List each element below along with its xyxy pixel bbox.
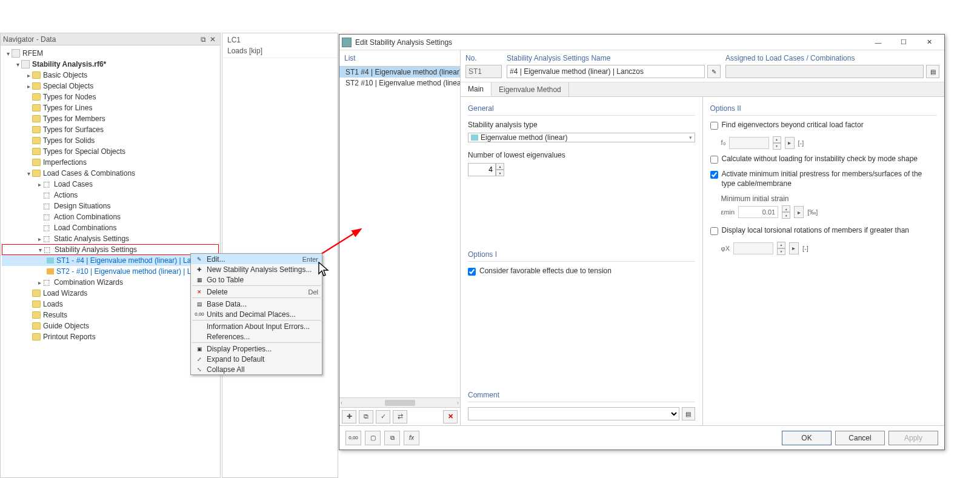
chevron-right-icon[interactable]: ▸ xyxy=(36,279,43,286)
spin-down-icon[interactable]: ▼ xyxy=(496,170,504,176)
maximize-button[interactable]: ☐ xyxy=(891,36,916,49)
tree-item[interactable]: Types for Nodes xyxy=(2,91,219,102)
chevron-right-icon[interactable]: ▸ xyxy=(25,72,32,79)
fx-tool-button[interactable]: fx xyxy=(404,431,419,445)
comment-select[interactable] xyxy=(468,407,679,420)
tree-item[interactable]: ▸Basic Objects xyxy=(2,70,219,81)
spin-up-icon[interactable]: ▲ xyxy=(496,163,504,170)
spinner[interactable]: ▲▼ xyxy=(782,205,790,219)
list-item[interactable]: ST1 #4 | Eigenvalue method (linear) | La… xyxy=(339,67,460,78)
color-tool-button[interactable]: ▢ xyxy=(365,431,381,445)
ctx-goto[interactable]: ▦Go to Table xyxy=(191,274,322,285)
folder-icon xyxy=(32,115,41,122)
tree-item[interactable]: ⬚Design Situations xyxy=(2,201,219,211)
tree-item-st1[interactable]: ST1 - #4 | Eigenvalue method (linear) | … xyxy=(2,255,219,266)
opt-tension-row[interactable]: Consider favorable effects due to tensio… xyxy=(468,267,695,276)
opt-torsion-row[interactable]: Display local torsional rotations of mem… xyxy=(710,226,938,236)
tree-item[interactable]: Guide Objects xyxy=(2,320,219,331)
apply-button[interactable]: Apply xyxy=(888,431,938,445)
no-input[interactable] xyxy=(465,65,502,78)
opt-find-row[interactable]: Find eigenvectors beyond critical load f… xyxy=(710,121,938,130)
num-eigen-input[interactable] xyxy=(468,163,496,176)
tree-item[interactable]: Types for Special Objects xyxy=(2,146,219,157)
cancel-button[interactable]: Cancel xyxy=(835,431,885,445)
tree-item-st2[interactable]: ST2 - #10 | Eigenvalue method (linear) |… xyxy=(2,266,219,277)
tab-eigenvalue-method[interactable]: Eigenvalue Method xyxy=(492,82,569,96)
ctx-info[interactable]: Information About Input Errors... xyxy=(191,321,322,331)
chevron-down-icon[interactable]: ▾ xyxy=(4,50,12,57)
chevron-right-icon[interactable]: ▸ xyxy=(36,181,43,188)
ctx-expand[interactable]: ⤢Expand to Default xyxy=(191,354,322,364)
tree-item[interactable]: ⬚Action Combinations xyxy=(2,211,219,222)
assigned-input[interactable] xyxy=(725,65,924,78)
tree-item[interactable]: Printout Reports xyxy=(2,331,219,342)
ctx-edit[interactable]: ✎Edit...Enter xyxy=(191,254,322,264)
tree-item[interactable]: Loads xyxy=(2,299,219,310)
tree-item[interactable]: Types for Surfaces xyxy=(2,124,219,135)
chevron-right-icon[interactable]: ▸ xyxy=(36,236,43,242)
opt-prestress-checkbox[interactable] xyxy=(710,171,718,179)
ctx-display[interactable]: ▣Display Properties... xyxy=(191,344,322,354)
tree-item[interactable]: ⬚Load Combinations xyxy=(2,222,219,233)
chevron-right-icon[interactable]: ▸ xyxy=(25,83,32,90)
scroll-right-icon[interactable]: › xyxy=(457,400,459,406)
check-button[interactable]: ✓ xyxy=(376,410,390,423)
chevron-down-icon[interactable]: ▾ xyxy=(25,170,32,177)
ctx-collapse[interactable]: ⤡Collapse All xyxy=(191,364,322,374)
opt-calc-row[interactable]: Calculate without loading for instabilit… xyxy=(710,154,938,164)
units-tool-button[interactable]: 0,00 xyxy=(345,431,361,445)
spinner[interactable]: ▲▼ xyxy=(496,163,504,176)
name-input[interactable] xyxy=(507,65,705,78)
tree-item[interactable]: Types for Solids xyxy=(2,135,219,146)
tree-item[interactable]: Imperfections xyxy=(2,157,219,168)
edit-name-button[interactable]: ✎ xyxy=(707,65,721,78)
tab-main[interactable]: Main xyxy=(461,82,492,96)
tree-item[interactable]: ▸⬚Load Cases xyxy=(2,179,219,190)
tree-root[interactable]: ▾ RFEM xyxy=(2,48,219,59)
tree-item[interactable]: ▸Special Objects xyxy=(2,81,219,91)
delete-button[interactable]: ✕ xyxy=(443,410,458,423)
scroll-left-icon[interactable]: ‹ xyxy=(341,400,342,406)
list-item[interactable]: ST2 #10 | Eigenvalue method (linear) | L… xyxy=(339,78,460,88)
opt-torsion-checkbox[interactable] xyxy=(710,227,718,235)
scroll-thumb[interactable] xyxy=(385,400,415,406)
minimize-button[interactable]: — xyxy=(865,36,891,49)
dialog-titlebar[interactable]: Edit Stability Analysis Settings — ☐ ✕ xyxy=(339,35,944,50)
tree-item-stability-settings[interactable]: ▾⬚Stability Analysis Settings xyxy=(2,244,219,255)
opt-tension-checkbox[interactable] xyxy=(468,268,476,276)
ctx-base[interactable]: ▤Base Data... xyxy=(191,299,322,309)
close-icon[interactable]: ✕ xyxy=(208,35,218,44)
tree-item[interactable]: Types for Members xyxy=(2,113,219,124)
tree-item-loadcases[interactable]: ▾Load Cases & Combinations xyxy=(2,168,219,179)
chevron-down-icon[interactable]: ▾ xyxy=(14,61,21,68)
ok-button[interactable]: OK xyxy=(782,431,832,445)
tree-file[interactable]: ▾ Stability Analysis.rf6* xyxy=(2,59,219,70)
analysis-type-select[interactable]: Eigenvalue method (linear) ▾ xyxy=(468,133,695,142)
new-button[interactable]: ✚ xyxy=(342,410,356,423)
ctx-units[interactable]: 0,00Units and Decimal Places... xyxy=(191,309,322,319)
copy-button[interactable]: ⧉ xyxy=(359,410,373,423)
pin-icon[interactable]: ⧉ xyxy=(198,35,208,44)
tree-item[interactable]: Results xyxy=(2,310,219,320)
assign-button[interactable]: ▤ xyxy=(926,65,939,78)
emin-input[interactable] xyxy=(738,206,778,218)
opt-calc-checkbox[interactable] xyxy=(710,156,718,164)
chevron-down-icon[interactable]: ▾ xyxy=(36,247,44,253)
ctx-new[interactable]: ✚New Stability Analysis Settings... xyxy=(191,264,322,274)
tree-item[interactable]: Types for Lines xyxy=(2,102,219,113)
ctx-delete[interactable]: ✕DeleteDel xyxy=(191,287,322,297)
graph-tool-button[interactable]: ⧉ xyxy=(384,431,400,445)
sync-button[interactable]: ⇄ xyxy=(393,410,407,423)
opt-find-checkbox[interactable] xyxy=(710,122,718,130)
comment-edit-button[interactable]: ▤ xyxy=(682,407,695,420)
tree-item[interactable]: Load Wizards xyxy=(2,288,219,299)
close-button[interactable]: ✕ xyxy=(916,36,942,49)
tree-item[interactable]: ▸⬚Combination Wizards xyxy=(2,277,219,288)
opt-prestress-row[interactable]: Activate minimum initial prestress for m… xyxy=(710,170,938,188)
tree-item[interactable]: ⬚Actions xyxy=(2,190,219,201)
ctx-refs[interactable]: References... xyxy=(191,331,322,342)
prestress-sub-text: Minimum initial strain xyxy=(721,194,789,203)
emin-unit-button[interactable]: ▸ xyxy=(794,206,804,218)
tree-item[interactable]: ▸⬚Static Analysis Settings xyxy=(2,233,219,244)
horizontal-scrollbar[interactable]: ‹ › xyxy=(339,397,460,407)
